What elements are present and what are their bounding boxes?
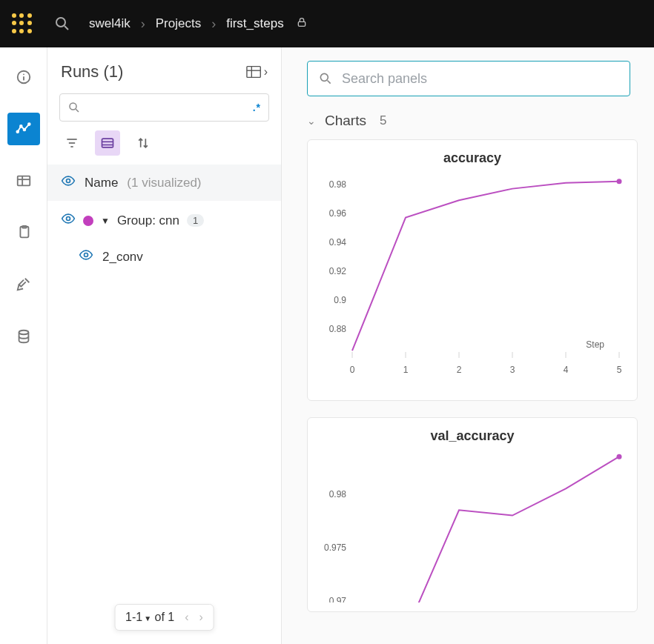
pager-range: 1-1 — [125, 611, 142, 623]
svg-line-1 — [65, 26, 68, 30]
caret-down-icon[interactable]: ▼ — [144, 614, 151, 623]
sort-button[interactable] — [131, 130, 156, 156]
svg-text:2: 2 — [457, 365, 462, 375]
sidebar-toggle-layout[interactable]: › — [246, 65, 268, 79]
svg-point-5 — [19, 125, 22, 127]
runs-pager: 1-1▼ of 1 ‹ › — [114, 604, 214, 631]
svg-text:0.96: 0.96 — [329, 208, 347, 219]
runs-filter-text[interactable] — [81, 102, 253, 114]
svg-rect-2 — [298, 21, 305, 26]
breadcrumb: swel4ik › Projects › first_steps — [89, 16, 308, 32]
svg-point-28 — [320, 73, 328, 81]
svg-line-29 — [328, 81, 331, 84]
group-count-badge: 1 — [187, 214, 204, 227]
svg-text:3: 3 — [510, 365, 515, 375]
eye-icon — [61, 173, 76, 192]
rail-workspace[interactable] — [7, 113, 40, 145]
column-header-name[interactable]: Name (1 visualized) — [47, 165, 281, 201]
global-search-icon[interactable] — [53, 15, 71, 33]
rail-artifacts[interactable] — [7, 320, 40, 353]
group-button[interactable] — [95, 130, 120, 156]
crumb-project[interactable]: first_steps — [226, 16, 283, 31]
group-color-dot — [83, 216, 93, 226]
group-label: Group: cnn — [117, 213, 179, 228]
svg-point-27 — [85, 253, 88, 257]
runs-title: Runs (1) — [61, 62, 123, 82]
svg-point-4 — [16, 130, 19, 133]
svg-text:0.88: 0.88 — [329, 324, 347, 334]
svg-point-7 — [27, 123, 30, 125]
svg-text:5: 5 — [617, 365, 622, 375]
runs-count: (1) — [103, 62, 123, 81]
svg-text:4: 4 — [564, 365, 569, 375]
workspace-main: ⌄ Charts 5 accuracy 0.880.90.920.940.960… — [282, 47, 654, 644]
svg-text:0.975: 0.975 — [324, 542, 346, 553]
eye-icon[interactable] — [61, 211, 76, 230]
svg-line-18 — [76, 109, 79, 112]
svg-text:0.94: 0.94 — [329, 237, 347, 248]
chart-accuracy: 0.880.90.920.940.960.98012345Step — [317, 169, 628, 391]
svg-text:0.98: 0.98 — [329, 179, 347, 190]
svg-point-53 — [617, 454, 622, 459]
svg-rect-14 — [247, 67, 260, 78]
run-name: 2_conv — [102, 250, 143, 265]
svg-point-49 — [617, 179, 622, 184]
svg-point-25 — [67, 179, 70, 183]
pager-prev[interactable]: ‹ — [185, 611, 188, 624]
svg-point-0 — [56, 18, 65, 27]
left-rail — [0, 47, 47, 644]
svg-rect-8 — [17, 176, 30, 186]
chart-card-val-accuracy[interactable]: val_accuracy 0.970.9750.98 — [307, 417, 638, 612]
column-header-label: Name — [85, 176, 118, 190]
rail-overview[interactable] — [7, 61, 40, 93]
svg-point-26 — [67, 217, 70, 221]
svg-point-6 — [23, 129, 25, 131]
rail-reports[interactable] — [7, 216, 40, 249]
topbar: swel4ik › Projects › first_steps — [0, 0, 654, 47]
panel-search-input[interactable] — [342, 71, 619, 87]
runs-sidebar: Runs (1) › .* — [47, 47, 282, 644]
pager-of: of — [155, 611, 165, 623]
svg-text:0.98: 0.98 — [329, 489, 347, 499]
wandb-logo[interactable] — [12, 13, 33, 34]
search-icon — [67, 101, 81, 114]
chart-card-accuracy[interactable]: accuracy 0.880.90.920.940.960.98012345St… — [307, 139, 638, 401]
svg-point-13 — [19, 331, 28, 335]
caret-down-icon[interactable]: ▼ — [101, 216, 110, 226]
svg-text:0.97: 0.97 — [329, 596, 347, 602]
crumb-user[interactable]: swel4ik — [89, 16, 131, 31]
pager-total: 1 — [168, 611, 174, 623]
chart-title: accuracy — [317, 150, 628, 166]
chart-title: val_accuracy — [317, 428, 628, 444]
svg-text:0: 0 — [350, 365, 355, 375]
filter-button[interactable] — [59, 130, 85, 156]
run-row[interactable]: 2_conv — [47, 240, 281, 273]
svg-point-17 — [70, 103, 76, 110]
group-row-cnn[interactable]: ▼ Group: cnn 1 — [47, 201, 281, 240]
chart-val-accuracy: 0.970.9750.98 — [317, 447, 628, 602]
section-count: 5 — [380, 113, 386, 128]
visualized-count: (1 visualized) — [127, 176, 201, 190]
svg-text:Step: Step — [586, 339, 604, 350]
panel-search[interactable] — [307, 61, 630, 96]
chevron-right-icon: › — [211, 16, 216, 32]
svg-text:0.9: 0.9 — [334, 295, 346, 305]
search-icon — [318, 71, 333, 86]
eye-icon[interactable] — [79, 248, 93, 266]
section-label: Charts — [325, 113, 366, 129]
chevron-down-icon[interactable]: ⌄ — [307, 115, 316, 127]
regex-toggle[interactable]: .* — [253, 102, 261, 113]
lock-icon — [296, 16, 308, 32]
chevron-right-icon: › — [141, 16, 145, 32]
crumb-projects[interactable]: Projects — [156, 16, 201, 31]
section-charts[interactable]: ⌄ Charts 5 — [307, 113, 654, 129]
runs-filter-input[interactable]: .* — [59, 93, 269, 122]
svg-rect-22 — [102, 139, 113, 147]
rail-sweeps[interactable] — [7, 268, 40, 301]
svg-text:0.92: 0.92 — [329, 266, 347, 276]
rail-table[interactable] — [7, 165, 40, 197]
pager-next[interactable]: › — [199, 611, 203, 624]
svg-text:1: 1 — [403, 365, 409, 375]
